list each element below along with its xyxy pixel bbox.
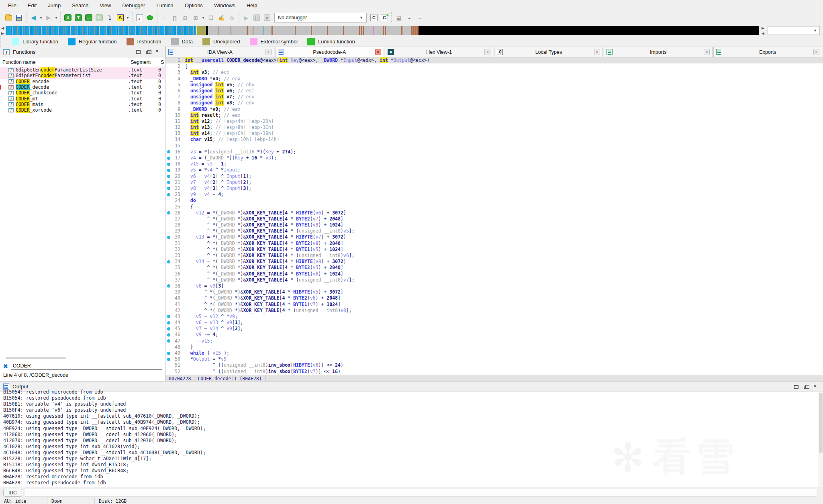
column-header-segment[interactable]: Segment — [128, 57, 158, 67]
breakpoint-add-button[interactable]: ≡ — [404, 13, 414, 22]
menu-jump[interactable]: Jump — [42, 1, 66, 10]
debug-tool-7-button[interactable]: ◇ — [227, 13, 237, 22]
jump-to-segment-button[interactable]: … — [84, 13, 94, 22]
navband-zoom-combo[interactable]: ▼ — [768, 26, 820, 35]
navband-right-arrow-small[interactable]: ▶ — [1, 31, 4, 35]
line-number[interactable]: 52 — [165, 369, 183, 375]
line-number[interactable]: 39 — [165, 289, 183, 295]
save-button[interactable] — [14, 13, 24, 22]
line-number[interactable]: 7 — [165, 94, 183, 100]
tab-close-icon[interactable]: ✕ — [375, 49, 381, 55]
line-number[interactable]: 20 — [165, 173, 183, 180]
breakpoint-dot[interactable] — [167, 150, 170, 153]
output-vscrollbar[interactable] — [818, 392, 823, 487]
line-number[interactable]: 47 — [165, 338, 183, 344]
function-row[interactable]: fCODER_chunkcode.text0 — [0, 90, 165, 96]
tab-close-icon[interactable]: ✕ — [484, 49, 490, 55]
line-number[interactable]: 14 — [165, 137, 183, 143]
breakpoint-dot[interactable] — [167, 193, 170, 196]
menu-view[interactable]: View — [94, 1, 116, 10]
output-log[interactable]: B15054: restored microcode from idbB1505… — [0, 389, 817, 487]
jump-down-button[interactable]: ⤵ — [105, 13, 114, 22]
line-number[interactable]: 28 — [165, 222, 183, 228]
tab-close-icon[interactable]: ✕ — [704, 49, 710, 55]
tab-exports[interactable]: Exports✕ — [713, 47, 822, 57]
debug-tool-2-button[interactable]: ∏ — [170, 13, 180, 22]
line-number[interactable]: 13 — [165, 131, 183, 137]
breakpoint-dot[interactable] — [167, 211, 170, 214]
line-number[interactable]: 6 — [165, 88, 183, 94]
breakpoint-dot[interactable] — [167, 169, 170, 172]
tab-pseudocode-a[interactable]: Pseudocode-A✕ — [275, 47, 384, 57]
open-folder-button[interactable] — [4, 13, 13, 22]
menu-windows[interactable]: Windows — [208, 1, 241, 10]
maximize-icon[interactable] — [136, 50, 141, 54]
line-number[interactable]: 25 — [165, 204, 183, 210]
restore-icon[interactable] — [146, 51, 149, 54]
line-number[interactable]: 8 — [165, 100, 183, 106]
pause-button[interactable]: ❙❙ — [252, 13, 261, 22]
back-history-caret[interactable]: ▼ — [39, 13, 43, 22]
tab-close-icon[interactable]: ✕ — [813, 49, 819, 55]
line-number[interactable]: 48 — [165, 344, 183, 350]
jump-xref-button[interactable]: ↻ — [94, 13, 104, 22]
functions-search-input[interactable] — [11, 362, 162, 370]
tab-imports[interactable]: Imports✕ — [604, 47, 713, 57]
navband-strip[interactable] — [6, 26, 759, 35]
close-icon[interactable] — [813, 385, 817, 389]
tab-close-icon[interactable]: ✕ — [594, 49, 600, 55]
line-number[interactable]: 40 — [165, 295, 183, 301]
line-number[interactable]: 10 — [165, 112, 183, 118]
line-number[interactable]: 26 — [165, 210, 183, 216]
maximize-icon[interactable] — [794, 385, 798, 389]
tab-ida-view-a[interactable]: IDA View-A✕ — [165, 47, 274, 57]
breakpoint-dot[interactable] — [167, 175, 170, 178]
output-vscrollbar-thumb[interactable] — [819, 393, 823, 453]
line-number[interactable]: 33 — [165, 253, 183, 259]
line-number[interactable]: 46 — [165, 332, 183, 338]
menu-help[interactable]: Help — [241, 1, 263, 10]
menu-file[interactable]: File — [2, 1, 22, 10]
run-idc-button[interactable]: C — [380, 13, 389, 22]
highlight-button[interactable]: A — [115, 13, 125, 22]
color-marker-button[interactable]: ▲ — [135, 13, 144, 22]
line-number[interactable]: 3 — [165, 69, 183, 75]
functions-hscrollbar-thumb[interactable] — [6, 357, 66, 359]
navigate-back-button[interactable]: ◀ — [29, 13, 38, 22]
breakpoint-dot[interactable] — [167, 236, 170, 239]
breakpoint-dot[interactable] — [167, 157, 170, 160]
function-row[interactable]: fGdipGetEncoderParameterList.text0 — [0, 73, 165, 78]
line-number[interactable]: 30 — [165, 234, 183, 240]
function-row[interactable]: fGdipGetEncoderParameterListSize.text0 — [0, 67, 165, 73]
compile-idc-button[interactable]: C — [369, 13, 379, 22]
line-number[interactable]: 2 — [165, 63, 183, 69]
breakpoint-dot[interactable] — [167, 163, 170, 166]
breakpoint-dot[interactable] — [167, 260, 170, 263]
breakpoint-dot[interactable] — [167, 352, 170, 355]
breakpoint-delete-button[interactable]: ≡ — [415, 13, 425, 22]
menu-edit[interactable]: Edit — [22, 1, 42, 10]
breakpoint-dot[interactable] — [167, 187, 170, 190]
line-number[interactable]: 11 — [165, 118, 183, 124]
line-number[interactable]: 43 — [165, 314, 183, 320]
line-number[interactable]: 29 — [165, 228, 183, 234]
lumina-button[interactable] — [145, 13, 155, 22]
line-number[interactable]: 16 — [165, 149, 183, 155]
close-icon[interactable] — [155, 50, 159, 54]
jump-to-address-button[interactable]: # — [63, 13, 73, 22]
line-number[interactable]: 12 — [165, 124, 183, 131]
line-number[interactable]: 23 — [165, 192, 183, 198]
breakpoint-dot[interactable] — [167, 315, 170, 318]
menu-debugger[interactable]: Debugger — [116, 1, 151, 10]
line-number[interactable]: 49 — [165, 350, 183, 356]
debug-tool-5-button[interactable]: ❒ — [206, 13, 216, 22]
line-number[interactable]: 51 — [165, 362, 183, 368]
function-row[interactable]: fCODER_encode.text0 — [0, 79, 165, 84]
line-number[interactable]: 36 — [165, 271, 183, 277]
line-number[interactable]: 31 — [165, 241, 183, 247]
line-number[interactable]: 34 — [165, 259, 183, 265]
menu-lumina[interactable]: Lumina — [151, 1, 179, 10]
breakpoint-dot[interactable] — [167, 284, 170, 288]
line-number[interactable]: 1 — [165, 57, 183, 63]
line-number[interactable]: 21 — [165, 180, 183, 186]
